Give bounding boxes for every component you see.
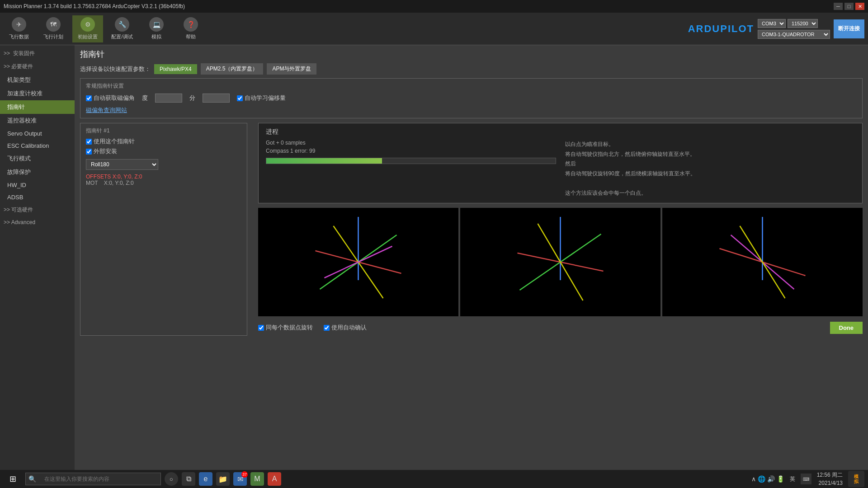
window-controls: ─ □ ✕ <box>834 3 864 10</box>
advanced-label: >> Advanced <box>4 219 35 225</box>
search-input[interactable] <box>39 473 160 485</box>
sidebar-section-firmware[interactable]: >> 安装固件 <box>0 47 75 60</box>
minimize-button[interactable]: ─ <box>834 3 843 10</box>
ie-icon[interactable]: e <box>199 472 212 486</box>
external-checkbox[interactable] <box>86 149 92 155</box>
auto-learn-label[interactable]: 自动学习偏移量 <box>237 94 286 102</box>
svg-line-20 <box>720 249 763 262</box>
auto-declination-text: 自动获取磁偏角 <box>94 94 135 102</box>
svg-line-13 <box>518 253 561 262</box>
connection-string-row: COM3-1-QUADROTOR <box>758 30 830 39</box>
simulation-label: 模拟 <box>151 33 161 40</box>
auto-declination-label[interactable]: 自动获取磁偏角 <box>86 94 135 102</box>
svg-line-8 <box>359 246 392 262</box>
external-label[interactable]: 外部安装 <box>86 147 241 155</box>
toolbar-flight-data[interactable]: ✈ 飞行数据 <box>4 15 34 42</box>
sidebar-section-advanced[interactable]: >> Advanced <box>0 216 75 228</box>
got-samples-text: Got + 0 samples <box>266 140 556 146</box>
folder-icon[interactable]: 📁 <box>216 472 230 486</box>
maximize-button[interactable]: □ <box>844 3 854 10</box>
use-compass-label[interactable]: 使用这个指南针 <box>86 137 241 145</box>
quick-config-label: 选择设备以快速配置参数： <box>80 65 151 73</box>
compass1-box: 指南针 #1 使用这个指南针 外部安装 Roll180 None Yaw45 O… <box>80 123 247 336</box>
auto-confirm-label[interactable]: 使用自动确认 <box>324 324 367 332</box>
system-tray: ∧ 🌐 🔊 🔋 <box>751 475 784 483</box>
progress-content: Got + 0 samples Compass 1 error: 99 以白点为… <box>266 140 855 198</box>
sidebar-item-compass[interactable]: 指南针 <box>0 100 75 114</box>
declination-link[interactable]: 磁偏角查询网站 <box>86 107 127 113</box>
title-text: Mission Planner 1.3.74 build 1.3.7563.27… <box>4 3 185 9</box>
sidebar-section-required[interactable]: >> 必要硬件 <box>0 60 75 73</box>
radio-cal-label: 遥控器校准 <box>7 117 37 124</box>
use-compass-checkbox[interactable] <box>86 139 92 145</box>
view-3d-1 <box>258 208 458 316</box>
quick-btn-apm25[interactable]: APM2.5（内置罗盘） <box>201 63 264 75</box>
connect-button[interactable]: 断开连接 <box>834 19 864 38</box>
mission-planner-icon[interactable]: M <box>250 472 264 486</box>
auto-declination-checkbox[interactable] <box>86 95 92 101</box>
sidebar-item-accel-cal[interactable]: 加速度计校准 <box>0 87 75 100</box>
content-inner: 指南针 #1 使用这个指南针 外部安装 Roll180 None Yaw45 O… <box>80 123 863 336</box>
compass-dropdown[interactable]: Roll180 None Yaw45 <box>86 159 158 170</box>
axes-svg-1 <box>258 208 458 316</box>
toolbar-flight-plan[interactable]: 🗺 飞行计划 <box>38 15 69 42</box>
clock-date: 2021/4/13 <box>817 479 843 487</box>
tray-network-icon[interactable]: 🌐 <box>758 475 765 483</box>
mail-icon[interactable]: ✉ 37 <box>233 472 247 486</box>
minute-input[interactable] <box>203 94 230 103</box>
compass1-title: 指南针 #1 <box>86 127 241 135</box>
sidebar-item-servo-output[interactable]: Servo Output <box>0 127 75 140</box>
connection-string-select[interactable]: COM3-1-QUADROTOR <box>758 30 830 39</box>
close-button[interactable]: ✕ <box>855 3 864 10</box>
instruction-3: 然后 <box>565 159 855 169</box>
sidebar-item-flight-modes[interactable]: 飞行模式 <box>0 152 75 165</box>
page-title: 指南针 <box>80 49 863 60</box>
rotate-each-point-checkbox[interactable] <box>258 325 264 331</box>
sidebar-item-failsafe[interactable]: 故障保护 <box>0 165 75 179</box>
degree-input[interactable] <box>155 94 182 103</box>
sidebar-item-hw-id[interactable]: HW_ID <box>0 179 75 191</box>
sidebar-item-adsb[interactable]: ADSB <box>0 191 75 203</box>
right-panel: 进程 Got + 0 samples Compass 1 error: 99 以… <box>258 123 863 336</box>
mot-label: MOT X:0, Y:0, Z:0 <box>86 180 241 186</box>
flight-data-icon: ✈ <box>12 17 26 32</box>
quick-config-row: 选择设备以快速配置参数： Pixhawk/PX4 APM2.5（内置罗盘） AP… <box>80 63 863 75</box>
taskbar-right: ∧ 🌐 🔊 🔋 英 ⌨ 12:56 周二 2021/4/13 模拟 <box>751 471 864 487</box>
bottom-checkboxes: 同每个数据点旋转 使用自动确认 <box>258 324 367 332</box>
done-button[interactable]: Done <box>830 322 863 334</box>
toolbar-config[interactable]: 🔧 配置/调试 <box>107 15 137 42</box>
tray-volume-icon[interactable]: 🔊 <box>767 475 775 483</box>
sidebar-item-esc-cal[interactable]: ESC Calibration <box>0 140 75 152</box>
task-view-button[interactable]: ⧉ <box>182 472 195 486</box>
initial-setup-label: 初始设置 <box>78 33 98 40</box>
toolbar-help[interactable]: ❓ 帮助 <box>175 15 206 42</box>
sidebar-item-frame-type[interactable]: 机架类型 <box>0 73 75 87</box>
auto-confirm-checkbox[interactable] <box>324 325 330 331</box>
sidebar-item-radio-cal[interactable]: 遥控器校准 <box>0 114 75 127</box>
baud-rate-select[interactable]: 115200 <box>788 19 818 28</box>
servo-output-label: Servo Output <box>7 130 42 137</box>
auto-learn-checkbox[interactable] <box>237 95 243 101</box>
start-button[interactable]: ⊞ <box>4 472 22 486</box>
tray-arrow-icon[interactable]: ∧ <box>751 475 756 483</box>
toolbar-simulation[interactable]: 💻 模拟 <box>141 15 172 42</box>
app-icon-red[interactable]: A <box>268 472 281 486</box>
esc-cal-label: ESC Calibration <box>7 142 49 149</box>
sidebar-required-label: >> 必要硬件 <box>4 63 33 70</box>
quick-btn-apm-ext[interactable]: APM与外置罗盘 <box>267 63 316 75</box>
toolbar-initial-setup[interactable]: ⚙ 初始设置 <box>72 15 103 42</box>
failsafe-label: 故障保护 <box>7 169 31 175</box>
optional-label: >> 可选硬件 <box>4 206 33 213</box>
cortana-button[interactable]: ○ <box>165 472 178 486</box>
progress-instructions: 以白点为瞄准目标。 将自动驾驶仪指向北方，然后绕俯仰轴旋转直至水平。 然后 将自… <box>565 140 855 198</box>
progress-left: Got + 0 samples Compass 1 error: 99 <box>266 140 556 198</box>
rotate-each-point-label[interactable]: 同每个数据点旋转 <box>258 324 313 332</box>
flight-plan-label: 飞行计划 <box>43 33 63 40</box>
svg-line-17 <box>731 235 763 262</box>
svg-line-22 <box>740 226 763 262</box>
sidebar-section-optional[interactable]: >> 可选硬件 <box>0 203 75 216</box>
com-port-select[interactable]: COM3 <box>758 19 786 28</box>
external-text: 外部安装 <box>94 147 117 155</box>
quick-btn-pixhawk[interactable]: Pixhawk/PX4 <box>154 64 197 74</box>
tray-battery-icon[interactable]: 🔋 <box>777 475 784 483</box>
